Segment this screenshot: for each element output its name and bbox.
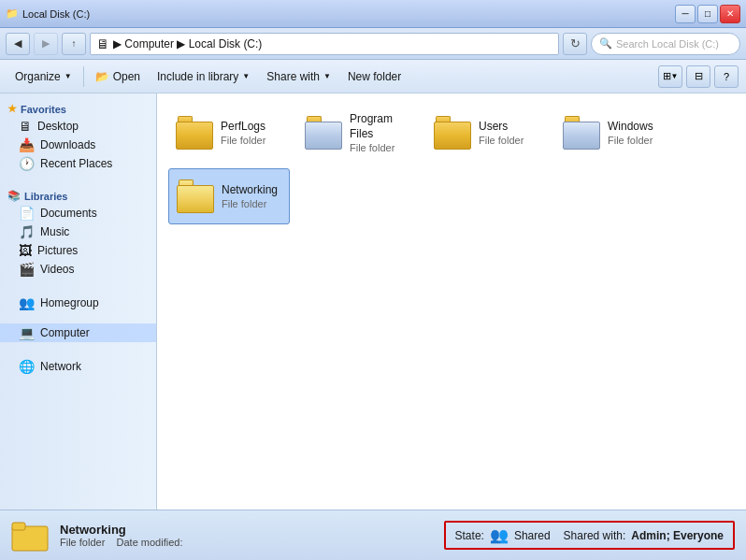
sidebar-item-downloads[interactable]: 📥 Downloads (0, 136, 156, 154)
networking-folder-icon (177, 179, 214, 213)
back-button[interactable]: ◀ (6, 33, 30, 55)
file-item-program-files[interactable]: Program Files File folder (297, 105, 419, 161)
sidebar-item-pictures-label: Pictures (37, 244, 78, 257)
shared-with-value: Admin; Everyone (631, 529, 724, 542)
toolbar-separator-1 (83, 66, 84, 87)
sidebar-homegroup-section: 👥 Homegroup (0, 294, 156, 312)
help-button[interactable]: ? (714, 65, 739, 88)
networking-type: File folder (222, 198, 281, 209)
state-label: State: (455, 529, 484, 542)
windows-info: Windows File folder (608, 120, 669, 146)
title-bar-controls: ─ □ ✕ (675, 5, 740, 23)
perflogs-name: PerfLogs (221, 120, 282, 135)
sidebar-item-network[interactable]: 🌐 Network (0, 357, 156, 376)
view-dropdown-icon: ▼ (671, 72, 679, 80)
status-sharing-box: State: 👥 Shared Shared with: Admin; Ever… (444, 521, 735, 550)
perflogs-type: File folder (221, 135, 282, 146)
share-with-label: Share with (266, 70, 320, 83)
music-icon: 🎵 (19, 224, 35, 239)
include-library-button[interactable]: Include in library ▼ (150, 64, 257, 90)
status-folder-type: File folder (60, 537, 105, 548)
file-item-perflogs[interactable]: PerfLogs File folder (168, 105, 290, 161)
file-area: PerfLogs File folder Program Files File … (157, 93, 746, 510)
layout-button[interactable]: ⊟ (686, 65, 710, 88)
downloads-icon: 📥 (19, 137, 35, 152)
new-folder-button[interactable]: New folder (340, 64, 409, 90)
sidebar-item-documents-label: Documents (40, 207, 97, 220)
open-text: Open (113, 70, 140, 83)
users-info: Users File folder (479, 120, 540, 146)
svg-rect-1 (12, 523, 25, 530)
share-with-button[interactable]: Share with ▼ (259, 64, 338, 90)
sidebar-favorites-header[interactable]: ★ Favorites (0, 101, 156, 117)
file-item-windows[interactable]: Windows File folder (555, 105, 677, 161)
sidebar-item-desktop[interactable]: 🖥 Desktop (0, 117, 156, 136)
windows-name: Windows (608, 120, 669, 135)
view-button[interactable]: ⊞ ▼ (658, 65, 682, 88)
sidebar-item-videos-label: Videos (40, 263, 74, 276)
sidebar-libraries-header[interactable]: 📚 Libraries (0, 188, 156, 204)
refresh-button[interactable]: ↻ (563, 33, 587, 55)
sidebar-item-computer-label: Computer (40, 326, 90, 339)
sidebar: ★ Favorites 🖥 Desktop 📥 Downloads 🕐 Rece… (0, 93, 157, 510)
recent-places-icon: 🕐 (19, 156, 35, 171)
sidebar-computer-section: 💻 Computer (0, 323, 156, 342)
state-value: Shared (514, 529, 551, 542)
users-folder-icon (434, 116, 471, 150)
program-files-type: File folder (350, 142, 411, 153)
perflogs-info: PerfLogs File folder (221, 120, 282, 146)
computer-icon: 💻 (19, 325, 35, 340)
file-grid: PerfLogs File folder Program Files File … (168, 105, 735, 224)
address-bar: ◀ ▶ ↑ 🖥 ▶ Computer ▶ Local Disk (C:) ↻ 🔍… (0, 28, 746, 60)
library-dropdown-icon: ▼ (242, 72, 250, 80)
file-item-networking[interactable]: Networking File folder (168, 168, 290, 224)
favorites-star-icon: ★ (7, 103, 17, 115)
toolbar: Organize ▼ 📂 Open Include in library ▼ S… (0, 60, 746, 93)
homegroup-icon: 👥 (19, 295, 35, 310)
windows-folder-icon (563, 116, 600, 150)
title-bar-left: 📁 Local Disk (C:) (6, 7, 90, 20)
pictures-icon: 🖼 (19, 243, 32, 258)
organize-button[interactable]: Organize ▼ (7, 64, 79, 90)
sidebar-item-recent-places[interactable]: 🕐 Recent Places (0, 154, 156, 173)
maximize-button[interactable]: □ (697, 5, 718, 23)
status-info: Networking File folder Date modified: (60, 523, 433, 548)
shared-with-label: Shared with: (564, 529, 626, 542)
address-path[interactable]: 🖥 ▶ Computer ▶ Local Disk (C:) (90, 33, 559, 55)
sidebar-network-section: 🌐 Network (0, 357, 156, 376)
sidebar-item-pictures[interactable]: 🖼 Pictures (0, 241, 156, 260)
path-text: ▶ Computer ▶ Local Disk (C:) (113, 37, 262, 50)
favorites-label: Favorites (21, 104, 66, 115)
window-icon: 📁 (6, 7, 19, 20)
shared-people-icon: 👥 (490, 526, 509, 544)
minimize-button[interactable]: ─ (675, 5, 696, 23)
close-button[interactable]: ✕ (720, 5, 740, 23)
libraries-label: Libraries (24, 191, 67, 202)
view-icon: ⊞ (663, 70, 671, 82)
sidebar-item-homegroup[interactable]: 👥 Homegroup (0, 294, 156, 312)
open-button[interactable]: 📂 Open (88, 64, 148, 90)
users-type: File folder (479, 135, 540, 146)
up-button[interactable]: ↑ (62, 33, 86, 55)
file-item-users[interactable]: Users File folder (426, 105, 548, 161)
sidebar-item-music[interactable]: 🎵 Music (0, 223, 156, 241)
status-folder-icon (11, 519, 49, 553)
videos-icon: 🎬 (19, 262, 35, 277)
sidebar-item-computer[interactable]: 💻 Computer (0, 323, 156, 342)
sidebar-item-homegroup-label: Homegroup (40, 296, 99, 309)
sidebar-item-documents[interactable]: 📄 Documents (0, 204, 156, 223)
sidebar-item-music-label: Music (40, 225, 69, 238)
window-title: Local Disk (C:) (22, 8, 90, 20)
windows-type: File folder (608, 135, 669, 146)
sidebar-item-videos[interactable]: 🎬 Videos (0, 260, 156, 279)
forward-button[interactable]: ▶ (34, 33, 58, 55)
sidebar-item-network-label: Network (40, 360, 81, 373)
search-box[interactable]: 🔍 Search Local Disk (C:) (591, 33, 740, 55)
sidebar-item-recent-label: Recent Places (40, 157, 112, 170)
path-computer-icon: 🖥 (96, 36, 109, 51)
open-label: 📂 (95, 70, 109, 83)
organize-dropdown-icon: ▼ (65, 72, 72, 80)
main-content: ★ Favorites 🖥 Desktop 📥 Downloads 🕐 Rece… (0, 93, 746, 510)
program-files-name: Program Files (350, 112, 411, 141)
users-name: Users (479, 120, 540, 135)
